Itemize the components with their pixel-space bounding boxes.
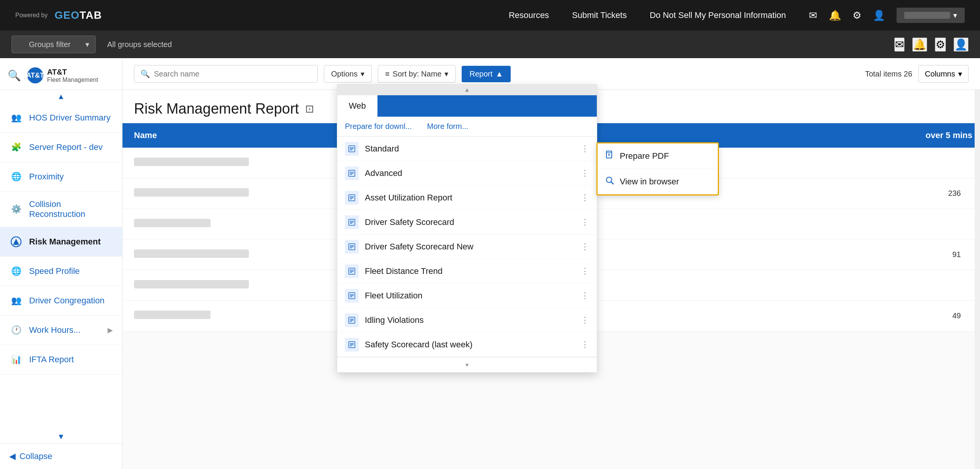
bell-icon[interactable]: 🔔 <box>829 10 841 21</box>
driver-safety-scorecard-label: Driver Safety Scorecard <box>365 217 575 227</box>
sidebar-item-work-hours[interactable]: 🕐 Work Hours... ▶ <box>0 316 122 345</box>
table-header-speed-label: over 5 mins <box>926 130 972 140</box>
more-formats-btn[interactable]: More form... <box>427 122 469 131</box>
idling-violations-menu-icon[interactable]: ⋮ <box>581 315 589 325</box>
user-menu-button[interactable]: ▾ <box>897 8 965 23</box>
brand-name: AT&T Fleet Management <box>47 68 98 83</box>
svg-line-42 <box>611 182 613 184</box>
report-chevron: ▲ <box>495 70 503 78</box>
view-browser-label: View in browser <box>620 177 679 187</box>
asset-utilization-label: Asset Utilization Report <box>365 193 575 203</box>
driver-safety-scorecard-new-menu-icon[interactable]: ⋮ <box>581 242 589 252</box>
fleet-distance-trend-menu-icon[interactable]: ⋮ <box>581 266 589 276</box>
standard-report-icon <box>345 142 359 156</box>
groups-filter-button[interactable]: Groups filter ▾ <box>11 36 96 53</box>
work-hours-icon: 🕐 <box>9 323 23 337</box>
dropdown-item-driver-safety-scorecard-new[interactable]: Driver Safety Scorecard New ⋮ <box>337 234 597 259</box>
server-report-icon: 🧩 <box>9 140 23 154</box>
dropdown-scroll-down[interactable]: ▼ <box>337 357 597 372</box>
bookmark-icon[interactable]: ⊡ <box>305 103 314 115</box>
dropdown-tab-web-label: Web <box>349 101 366 111</box>
filter-user-icon[interactable]: 👤 <box>954 37 969 52</box>
search-input[interactable] <box>154 70 311 78</box>
filter-settings-icon[interactable]: ⚙ <box>935 37 946 52</box>
report-button[interactable]: Report ▲ <box>462 66 511 82</box>
collapse-label: Collapse <box>20 451 52 461</box>
sidebar-scroll-down[interactable]: ▼ <box>0 430 122 443</box>
filter-bar: Groups filter ▾ All groups selected ✉ 🔔 … <box>0 31 980 58</box>
user-icon[interactable]: 👤 <box>873 10 885 21</box>
prepare-pdf-popup[interactable]: Prepare PDF View in browser <box>596 142 719 195</box>
main-layout: 🔍 AT&T AT&T Fleet Management ▲ 👥 HOS Dri… <box>0 58 980 469</box>
dropdown-item-safety-scorecard[interactable]: Safety Scorecard (last week) ⋮ <box>337 332 597 357</box>
standard-label: Standard <box>365 144 575 154</box>
brand-logo: AT&T AT&T Fleet Management <box>27 67 98 83</box>
sidebar-item-proximity[interactable]: 🌐 Proximity <box>0 162 122 192</box>
blurred-name-4 <box>134 280 249 288</box>
logo-area: Powered by GEOTAB <box>15 9 102 21</box>
dropdown-tab-web[interactable]: Web <box>337 95 377 117</box>
idling-violations-label: Idling Violations <box>365 315 575 325</box>
submit-tickets-link[interactable]: Submit Tickets <box>572 10 627 20</box>
asset-utilization-menu-icon[interactable]: ⋮ <box>581 193 589 203</box>
prepare-download-btn[interactable]: Prepare for downl... <box>345 122 412 131</box>
driver-safety-scorecard-menu-icon[interactable]: ⋮ <box>581 217 589 227</box>
fleet-utilization-menu-icon[interactable]: ⋮ <box>581 291 589 301</box>
settings-icon[interactable]: ⚙ <box>853 10 861 21</box>
driver-safety-scorecard-new-label: Driver Safety Scorecard New <box>365 242 575 252</box>
blurred-name-1 <box>134 188 249 197</box>
sidebar-scroll-up[interactable]: ▲ <box>0 90 122 103</box>
search-box[interactable]: 🔍 <box>134 65 318 83</box>
advanced-menu-icon[interactable]: ⋮ <box>581 168 589 178</box>
sidebar-item-risk-management[interactable]: Risk Management <box>0 227 122 257</box>
sidebar-item-speed-profile[interactable]: 🌐 Speed Profile <box>0 257 122 286</box>
dropdown-item-fleet-utilization[interactable]: Fleet Utilization ⋮ <box>337 283 597 308</box>
scrollbar-track[interactable] <box>975 58 980 469</box>
sidebar-item-server-report[interactable]: 🧩 Server Report - dev <box>0 133 122 162</box>
resources-link[interactable]: Resources <box>509 10 549 20</box>
sidebar-label-server: Server Report - dev <box>29 142 113 152</box>
dropdown-scroll-up[interactable]: ▲ <box>337 85 597 95</box>
dropdown-item-asset-utilization[interactable]: Asset Utilization Report ⋮ <box>337 186 597 210</box>
dropdown-item-idling-violations[interactable]: Idling Violations ⋮ <box>337 308 597 332</box>
options-button[interactable]: Options ▾ <box>324 65 372 83</box>
sidebar-item-driver-congregation[interactable]: 👥 Driver Congregation <box>0 286 122 316</box>
geotab-logo: GEOTAB <box>55 9 102 21</box>
sidebar-item-ifta-report[interactable]: 📊 IFTA Report <box>0 345 122 375</box>
groups-filter-chevron: ▾ <box>85 40 89 49</box>
dropdown-item-fleet-distance-trend[interactable]: Fleet Distance Trend ⋮ <box>337 259 597 283</box>
sidebar-label-collision: Collision Reconstruction <box>29 199 113 219</box>
filter-bell-icon[interactable]: 🔔 <box>912 37 927 52</box>
sidebar-header: 🔍 AT&T AT&T Fleet Management <box>0 58 122 90</box>
driver-safety-scorecard-new-icon <box>345 240 359 254</box>
mail-icon[interactable]: ✉ <box>809 10 817 21</box>
columns-button[interactable]: Columns ▾ <box>918 65 969 83</box>
standard-menu-icon[interactable]: ⋮ <box>581 144 589 154</box>
sidebar-item-collision-reconstruction[interactable]: ⚙️ Collision Reconstruction <box>0 192 122 227</box>
dropdown-scroll-down-icon: ▼ <box>464 362 470 368</box>
speed-profile-icon: 🌐 <box>9 264 23 278</box>
dropdown-item-advanced[interactable]: Advanced ⋮ <box>337 161 597 186</box>
table-cell-speed-1: 236 <box>873 189 969 198</box>
dropdown-item-driver-safety-scorecard[interactable]: Driver Safety Scorecard ⋮ <box>337 210 597 234</box>
sidebar-search-icon[interactable]: 🔍 <box>8 69 21 82</box>
do-not-sell-link[interactable]: Do Not Sell My Personal Information <box>650 10 786 20</box>
fleet-distance-trend-label: Fleet Distance Trend <box>365 266 575 276</box>
dropdown-item-standard[interactable]: Standard ⋮ <box>337 137 597 161</box>
collapse-button[interactable]: ◀ Collapse <box>0 443 122 469</box>
sidebar-item-hos-driver-summary[interactable]: 👥 HOS Driver Summary <box>0 103 122 133</box>
advanced-label: Advanced <box>365 168 575 178</box>
view-browser-button[interactable]: View in browser <box>598 169 718 194</box>
prepare-pdf-button[interactable]: Prepare PDF <box>598 143 718 169</box>
sidebar-label-ifta: IFTA Report <box>29 355 113 365</box>
safety-scorecard-menu-icon[interactable]: ⋮ <box>581 340 589 350</box>
safety-scorecard-label: Safety Scorecard (last week) <box>365 340 575 350</box>
filter-bar-right: ✉ 🔔 ⚙ 👤 <box>894 37 969 52</box>
svg-rect-38 <box>606 151 612 158</box>
filter-mail-icon[interactable]: ✉ <box>894 37 905 52</box>
fleet-utilization-icon <box>345 289 359 303</box>
table-cell-speed-5: 49 <box>873 311 969 320</box>
content-area: 🔍 Options ▾ ≡ Sort by: Name ▾ Report ▲ T… <box>122 58 980 469</box>
report-dropdown[interactable]: ▲ Web Prepare for downl... More form... … <box>337 84 597 373</box>
sort-button[interactable]: ≡ Sort by: Name ▾ <box>378 65 456 83</box>
